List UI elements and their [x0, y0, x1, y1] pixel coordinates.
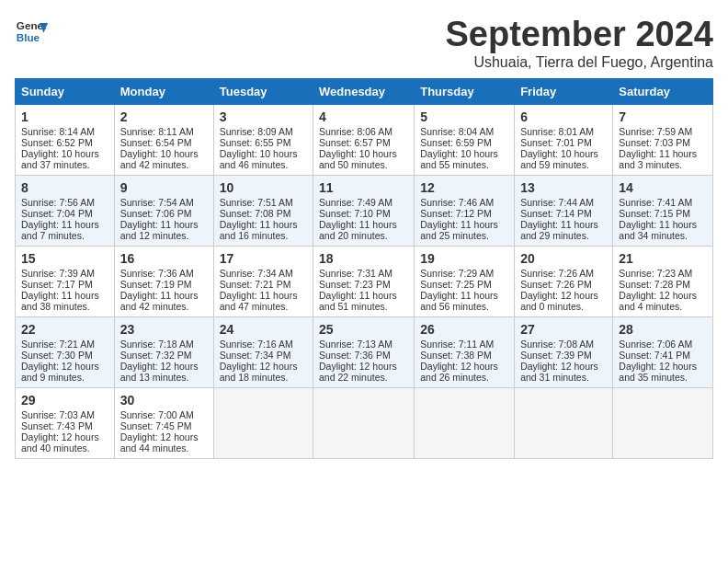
daylight: Daylight: 10 hours and 55 minutes.	[420, 148, 498, 170]
daylight: Daylight: 12 hours and 18 minutes.	[220, 361, 298, 383]
sunrise: Sunrise: 7:06 AM	[619, 339, 692, 350]
day-number: 3	[220, 109, 307, 124]
day-number: 16	[120, 251, 208, 266]
day-number: 5	[420, 109, 508, 124]
col-monday: Monday	[114, 79, 213, 105]
calendar-cell	[213, 388, 313, 459]
calendar-cell	[313, 388, 415, 459]
daylight: Daylight: 11 hours and 7 minutes.	[21, 219, 99, 241]
daylight: Daylight: 12 hours and 4 minutes.	[619, 290, 697, 312]
day-number: 2	[120, 109, 208, 124]
calendar-cell: 13Sunrise: 7:44 AMSunset: 7:14 PMDayligh…	[515, 176, 613, 247]
calendar-cell: 29Sunrise: 7:03 AMSunset: 7:43 PMDayligh…	[16, 388, 115, 459]
day-number: 12	[420, 180, 508, 195]
day-number: 21	[619, 251, 707, 266]
day-number: 9	[120, 180, 208, 195]
sunrise: Sunrise: 7:34 AM	[220, 268, 293, 279]
sunset: Sunset: 7:39 PM	[520, 350, 592, 361]
calendar-cell: 2Sunrise: 8:11 AMSunset: 6:54 PMDaylight…	[114, 105, 213, 176]
day-number: 23	[120, 322, 208, 337]
sunset: Sunset: 7:26 PM	[520, 279, 592, 290]
calendar-table: Sunday Monday Tuesday Wednesday Thursday…	[15, 78, 713, 459]
sunrise: Sunrise: 7:00 AM	[120, 409, 194, 420]
calendar-cell: 24Sunrise: 7:16 AMSunset: 7:34 PMDayligh…	[213, 317, 313, 388]
daylight: Daylight: 12 hours and 40 minutes.	[21, 431, 99, 454]
sunrise: Sunrise: 7:29 AM	[420, 268, 494, 279]
calendar-week-3: 15Sunrise: 7:39 AMSunset: 7:17 PMDayligh…	[16, 247, 713, 317]
daylight: Daylight: 12 hours and 13 minutes.	[120, 361, 199, 383]
day-number: 4	[319, 109, 408, 124]
day-number: 18	[319, 251, 408, 266]
sunset: Sunset: 7:12 PM	[420, 208, 492, 219]
day-number: 27	[520, 322, 607, 337]
col-thursday: Thursday	[415, 79, 515, 105]
calendar-cell: 26Sunrise: 7:11 AMSunset: 7:38 PMDayligh…	[415, 317, 515, 388]
sunset: Sunset: 7:01 PM	[520, 137, 592, 148]
svg-text:Blue: Blue	[17, 31, 40, 43]
logo: General Blue	[15, 15, 48, 48]
sunrise: Sunrise: 7:56 AM	[21, 197, 95, 208]
calendar-cell: 6Sunrise: 8:01 AMSunset: 7:01 PMDaylight…	[515, 105, 613, 176]
sunset: Sunset: 7:38 PM	[420, 350, 492, 361]
calendar-cell: 14Sunrise: 7:41 AMSunset: 7:15 PMDayligh…	[613, 176, 713, 247]
calendar-cell: 8Sunrise: 7:56 AMSunset: 7:04 PMDaylight…	[16, 176, 115, 247]
day-number: 11	[319, 180, 408, 195]
day-number: 20	[520, 251, 607, 266]
header-row: Sunday Monday Tuesday Wednesday Thursday…	[16, 79, 713, 105]
sunset: Sunset: 7:19 PM	[120, 279, 192, 290]
calendar-cell: 21Sunrise: 7:23 AMSunset: 7:28 PMDayligh…	[613, 247, 713, 317]
sunrise: Sunrise: 7:13 AM	[319, 339, 392, 350]
sunset: Sunset: 7:25 PM	[420, 279, 492, 290]
sunset: Sunset: 7:17 PM	[21, 279, 93, 290]
sunset: Sunset: 6:55 PM	[220, 137, 291, 148]
calendar-cell: 1Sunrise: 8:14 AMSunset: 6:52 PMDaylight…	[16, 105, 115, 176]
sunset: Sunset: 7:45 PM	[120, 420, 192, 431]
calendar-week-2: 8Sunrise: 7:56 AMSunset: 7:04 PMDaylight…	[16, 176, 713, 247]
sunset: Sunset: 7:14 PM	[520, 208, 592, 219]
calendar-cell: 3Sunrise: 8:09 AMSunset: 6:55 PMDaylight…	[213, 105, 313, 176]
sunrise: Sunrise: 7:31 AM	[319, 268, 392, 279]
calendar-cell: 5Sunrise: 8:04 AMSunset: 6:59 PMDaylight…	[415, 105, 515, 176]
daylight: Daylight: 10 hours and 46 minutes.	[220, 148, 298, 170]
sunset: Sunset: 7:43 PM	[21, 420, 93, 431]
calendar-cell: 15Sunrise: 7:39 AMSunset: 7:17 PMDayligh…	[16, 247, 115, 317]
sunrise: Sunrise: 7:41 AM	[619, 197, 692, 208]
sunset: Sunset: 6:59 PM	[420, 137, 492, 148]
sunrise: Sunrise: 7:18 AM	[120, 339, 194, 350]
calendar-cell: 11Sunrise: 7:49 AMSunset: 7:10 PMDayligh…	[313, 176, 415, 247]
col-sunday: Sunday	[16, 79, 115, 105]
col-saturday: Saturday	[613, 79, 713, 105]
sunrise: Sunrise: 8:04 AM	[420, 126, 494, 137]
sunrise: Sunrise: 7:59 AM	[619, 126, 692, 137]
sunset: Sunset: 7:10 PM	[319, 208, 391, 219]
day-number: 29	[21, 393, 108, 408]
calendar-week-5: 29Sunrise: 7:03 AMSunset: 7:43 PMDayligh…	[16, 388, 713, 459]
daylight: Daylight: 11 hours and 20 minutes.	[319, 219, 397, 241]
sunrise: Sunrise: 7:08 AM	[520, 339, 594, 350]
daylight: Daylight: 11 hours and 56 minutes.	[420, 290, 498, 312]
sunset: Sunset: 7:41 PM	[619, 350, 690, 361]
sunrise: Sunrise: 7:44 AM	[520, 197, 594, 208]
sunset: Sunset: 6:54 PM	[120, 137, 192, 148]
logo-icon: General Blue	[15, 15, 48, 48]
daylight: Daylight: 11 hours and 51 minutes.	[319, 290, 397, 312]
sunset: Sunset: 7:28 PM	[619, 279, 690, 290]
daylight: Daylight: 11 hours and 3 minutes.	[619, 148, 697, 170]
day-number: 22	[21, 322, 108, 337]
sunrise: Sunrise: 7:54 AM	[120, 197, 194, 208]
calendar-week-1: 1Sunrise: 8:14 AMSunset: 6:52 PMDaylight…	[16, 105, 713, 176]
sunset: Sunset: 6:57 PM	[319, 137, 391, 148]
daylight: Daylight: 12 hours and 26 minutes.	[420, 361, 498, 383]
sunset: Sunset: 7:34 PM	[220, 350, 291, 361]
calendar-cell	[613, 388, 713, 459]
day-number: 1	[21, 109, 108, 124]
daylight: Daylight: 10 hours and 50 minutes.	[319, 148, 397, 170]
day-number: 6	[520, 109, 607, 124]
calendar-cell	[515, 388, 613, 459]
daylight: Daylight: 12 hours and 31 minutes.	[520, 361, 598, 383]
calendar-cell: 16Sunrise: 7:36 AMSunset: 7:19 PMDayligh…	[114, 247, 213, 317]
daylight: Daylight: 11 hours and 38 minutes.	[21, 290, 99, 312]
daylight: Daylight: 12 hours and 0 minutes.	[520, 290, 598, 312]
daylight: Daylight: 10 hours and 59 minutes.	[520, 148, 598, 170]
calendar-cell: 25Sunrise: 7:13 AMSunset: 7:36 PMDayligh…	[313, 317, 415, 388]
